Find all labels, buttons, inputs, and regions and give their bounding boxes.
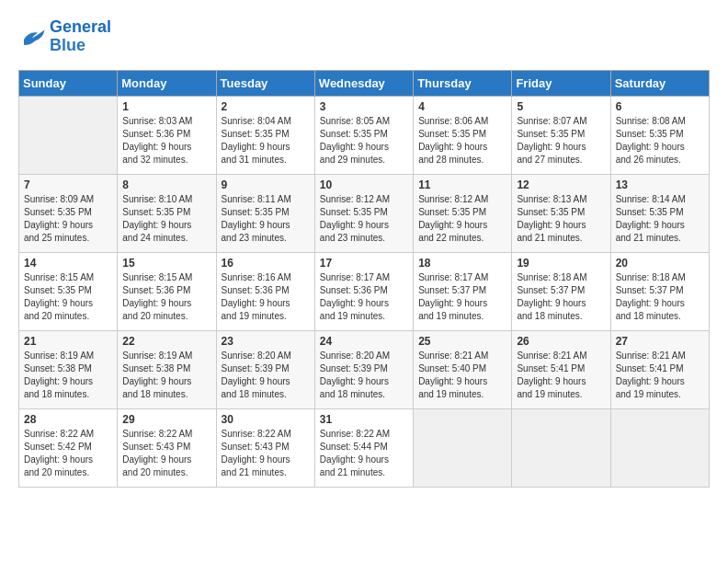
day-number: 15 [122, 257, 210, 270]
day-number: 8 [122, 178, 210, 191]
day-number: 1 [122, 100, 210, 113]
calendar-cell: 22Sunrise: 8:19 AM Sunset: 5:38 PM Dayli… [118, 330, 216, 408]
calendar-cell: 8Sunrise: 8:10 AM Sunset: 5:35 PM Daylig… [118, 174, 216, 252]
day-number: 30 [222, 413, 310, 426]
calendar-cell: 11Sunrise: 8:12 AM Sunset: 5:35 PM Dayli… [414, 174, 512, 252]
day-number: 23 [222, 335, 310, 348]
day-info: Sunrise: 8:12 AM Sunset: 5:35 PM Dayligh… [320, 193, 408, 245]
calendar-week-row: 28Sunrise: 8:22 AM Sunset: 5:42 PM Dayli… [19, 408, 710, 487]
day-number: 17 [320, 257, 408, 270]
calendar-cell: 24Sunrise: 8:20 AM Sunset: 5:39 PM Dayli… [314, 330, 413, 408]
day-info: Sunrise: 8:18 AM Sunset: 5:37 PM Dayligh… [517, 271, 605, 323]
day-info: Sunrise: 8:18 AM Sunset: 5:37 PM Dayligh… [616, 271, 704, 323]
calendar-cell: 19Sunrise: 8:18 AM Sunset: 5:37 PM Dayli… [512, 252, 610, 330]
day-info: Sunrise: 8:22 AM Sunset: 5:43 PM Dayligh… [222, 428, 310, 479]
calendar-week-row: 7Sunrise: 8:09 AM Sunset: 5:35 PM Daylig… [19, 174, 710, 252]
day-header: Friday [512, 70, 610, 96]
calendar-cell: 18Sunrise: 8:17 AM Sunset: 5:37 PM Dayli… [414, 252, 512, 330]
day-info: Sunrise: 8:22 AM Sunset: 5:43 PM Dayligh… [122, 428, 210, 479]
calendar-cell: 27Sunrise: 8:21 AM Sunset: 5:41 PM Dayli… [610, 330, 709, 408]
day-number: 6 [616, 100, 704, 113]
day-info: Sunrise: 8:21 AM Sunset: 5:41 PM Dayligh… [517, 350, 605, 401]
calendar-cell: 21Sunrise: 8:19 AM Sunset: 5:38 PM Dayli… [19, 330, 118, 408]
day-info: Sunrise: 8:15 AM Sunset: 5:36 PM Dayligh… [122, 271, 210, 323]
day-info: Sunrise: 8:09 AM Sunset: 5:35 PM Dayligh… [24, 193, 112, 245]
calendar-header-row: SundayMondayTuesdayWednesdayThursdayFrid… [19, 70, 710, 96]
day-info: Sunrise: 8:17 AM Sunset: 5:36 PM Dayligh… [320, 271, 408, 323]
day-number: 16 [222, 257, 310, 270]
day-number: 2 [222, 100, 310, 113]
calendar-cell: 9Sunrise: 8:11 AM Sunset: 5:35 PM Daylig… [216, 174, 314, 252]
day-info: Sunrise: 8:22 AM Sunset: 5:42 PM Dayligh… [24, 428, 112, 479]
calendar-week-row: 14Sunrise: 8:15 AM Sunset: 5:35 PM Dayli… [19, 252, 710, 330]
calendar-cell: 10Sunrise: 8:12 AM Sunset: 5:35 PM Dayli… [314, 174, 413, 252]
day-number: 5 [517, 100, 605, 113]
day-info: Sunrise: 8:15 AM Sunset: 5:35 PM Dayligh… [24, 271, 112, 323]
day-info: Sunrise: 8:03 AM Sunset: 5:36 PM Dayligh… [122, 115, 210, 167]
calendar-cell: 7Sunrise: 8:09 AM Sunset: 5:35 PM Daylig… [19, 174, 118, 252]
day-number: 20 [616, 257, 704, 270]
day-info: Sunrise: 8:21 AM Sunset: 5:40 PM Dayligh… [418, 350, 506, 401]
page-header: General Blue [18, 18, 710, 55]
calendar-cell: 30Sunrise: 8:22 AM Sunset: 5:43 PM Dayli… [216, 408, 314, 487]
day-number: 31 [320, 413, 408, 426]
day-info: Sunrise: 8:12 AM Sunset: 5:35 PM Dayligh… [418, 193, 506, 245]
calendar-cell: 2Sunrise: 8:04 AM Sunset: 5:35 PM Daylig… [216, 96, 314, 174]
calendar-cell: 15Sunrise: 8:15 AM Sunset: 5:36 PM Dayli… [118, 252, 216, 330]
day-number: 22 [122, 335, 210, 348]
day-info: Sunrise: 8:10 AM Sunset: 5:35 PM Dayligh… [122, 193, 210, 245]
day-header: Thursday [414, 70, 512, 96]
calendar-cell: 29Sunrise: 8:22 AM Sunset: 5:43 PM Dayli… [118, 408, 216, 487]
day-number: 26 [517, 335, 605, 348]
day-info: Sunrise: 8:17 AM Sunset: 5:37 PM Dayligh… [418, 271, 506, 323]
day-header: Saturday [610, 70, 709, 96]
calendar-cell: 16Sunrise: 8:16 AM Sunset: 5:36 PM Dayli… [216, 252, 314, 330]
day-number: 4 [418, 100, 506, 113]
calendar-cell: 25Sunrise: 8:21 AM Sunset: 5:40 PM Dayli… [414, 330, 512, 408]
day-number: 29 [122, 413, 210, 426]
calendar-week-row: 21Sunrise: 8:19 AM Sunset: 5:38 PM Dayli… [19, 330, 710, 408]
calendar-cell: 26Sunrise: 8:21 AM Sunset: 5:41 PM Dayli… [512, 330, 610, 408]
calendar-week-row: 1Sunrise: 8:03 AM Sunset: 5:36 PM Daylig… [19, 96, 710, 174]
calendar-cell: 13Sunrise: 8:14 AM Sunset: 5:35 PM Dayli… [610, 174, 709, 252]
day-info: Sunrise: 8:06 AM Sunset: 5:35 PM Dayligh… [418, 115, 506, 167]
day-info: Sunrise: 8:22 AM Sunset: 5:44 PM Dayligh… [320, 428, 408, 479]
day-number: 25 [418, 335, 506, 348]
calendar-cell [19, 96, 118, 174]
logo-text: General Blue [50, 18, 111, 55]
day-info: Sunrise: 8:04 AM Sunset: 5:35 PM Dayligh… [222, 115, 310, 167]
day-number: 3 [320, 100, 408, 113]
calendar-cell: 14Sunrise: 8:15 AM Sunset: 5:35 PM Dayli… [19, 252, 118, 330]
day-info: Sunrise: 8:14 AM Sunset: 5:35 PM Dayligh… [616, 193, 704, 245]
day-number: 24 [320, 335, 408, 348]
day-number: 28 [24, 413, 112, 426]
day-info: Sunrise: 8:08 AM Sunset: 5:35 PM Dayligh… [616, 115, 704, 167]
day-number: 27 [616, 335, 704, 348]
calendar-cell: 31Sunrise: 8:22 AM Sunset: 5:44 PM Dayli… [314, 408, 413, 487]
calendar-cell: 5Sunrise: 8:07 AM Sunset: 5:35 PM Daylig… [512, 96, 610, 174]
day-info: Sunrise: 8:19 AM Sunset: 5:38 PM Dayligh… [24, 350, 112, 401]
day-number: 19 [517, 257, 605, 270]
day-header: Wednesday [314, 70, 413, 96]
day-number: 11 [418, 178, 506, 191]
calendar-cell: 12Sunrise: 8:13 AM Sunset: 5:35 PM Dayli… [512, 174, 610, 252]
day-info: Sunrise: 8:20 AM Sunset: 5:39 PM Dayligh… [222, 350, 310, 401]
calendar-cell: 20Sunrise: 8:18 AM Sunset: 5:37 PM Dayli… [610, 252, 709, 330]
day-number: 12 [517, 178, 605, 191]
day-number: 14 [24, 257, 112, 270]
day-header: Tuesday [216, 70, 314, 96]
calendar-cell: 6Sunrise: 8:08 AM Sunset: 5:35 PM Daylig… [610, 96, 709, 174]
day-info: Sunrise: 8:20 AM Sunset: 5:39 PM Dayligh… [320, 350, 408, 401]
day-number: 9 [222, 178, 310, 191]
day-info: Sunrise: 8:13 AM Sunset: 5:35 PM Dayligh… [517, 193, 605, 245]
day-info: Sunrise: 8:16 AM Sunset: 5:36 PM Dayligh… [222, 271, 310, 323]
calendar-cell: 4Sunrise: 8:06 AM Sunset: 5:35 PM Daylig… [414, 96, 512, 174]
logo-icon [18, 26, 46, 48]
calendar-cell: 1Sunrise: 8:03 AM Sunset: 5:36 PM Daylig… [118, 96, 216, 174]
day-number: 10 [320, 178, 408, 191]
day-info: Sunrise: 8:19 AM Sunset: 5:38 PM Dayligh… [122, 350, 210, 401]
calendar-cell: 17Sunrise: 8:17 AM Sunset: 5:36 PM Dayli… [314, 252, 413, 330]
day-info: Sunrise: 8:21 AM Sunset: 5:41 PM Dayligh… [616, 350, 704, 401]
calendar-cell [414, 408, 512, 487]
logo: General Blue [18, 18, 111, 55]
